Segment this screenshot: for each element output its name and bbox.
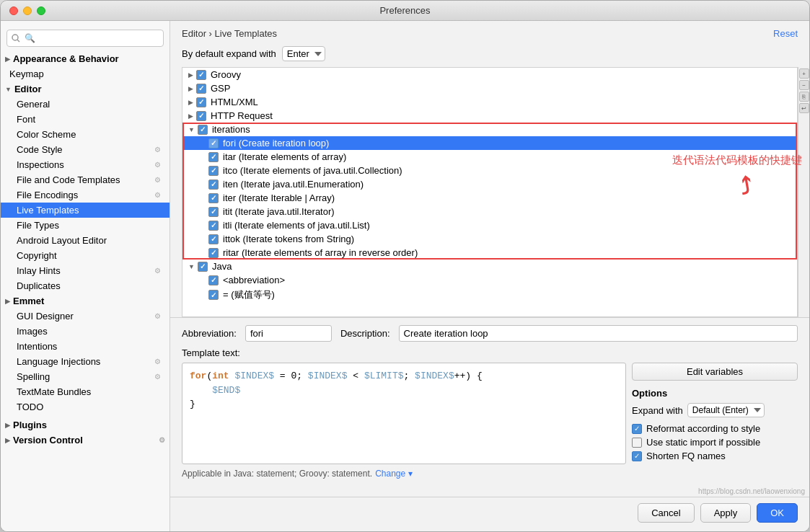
group-iterations[interactable]: ▼ iterations [182,123,797,136]
ok-button[interactable]: OK [757,503,798,523]
breadcrumb-live-templates: Live Templates [215,28,277,39]
group-gsp[interactable]: ▶ GSP [182,81,797,95]
change-link[interactable]: Change ▾ [375,469,412,479]
sidebar-item-appearance[interactable]: ▶ Appearance & Behavior [1,51,170,66]
sidebar-item-copyright[interactable]: Copyright [1,248,170,263]
template-fori[interactable]: fori (Create iteration loop) [182,136,797,150]
sidebar-item-inlay-hints[interactable]: Inlay Hints ⚙ [1,263,170,278]
group-checkbox-iterations[interactable] [198,125,208,135]
item-checkbox[interactable] [208,193,219,203]
sidebar-item-spelling[interactable]: Spelling ⚙ [1,369,170,384]
copy-button[interactable]: ⎘ [799,92,809,102]
sidebar-item-gui-designer[interactable]: GUI Designer ⚙ [1,309,170,324]
item-checkbox[interactable] [208,248,219,258]
group-label: Groovy [211,69,241,80]
breadcrumb-bar: Editor › Live Templates Reset [170,21,809,43]
sidebar-item-live-templates[interactable]: Live Templates [1,203,170,218]
item-checkbox[interactable] [208,221,219,231]
sidebar-item-keymap[interactable]: Keymap [1,66,170,81]
sidebar-item-label: Appearance & Behavior [13,53,119,64]
sidebar-item-font[interactable]: Font [1,112,170,127]
group-checkbox-java[interactable] [198,262,208,272]
expand-with-select[interactable]: Default (Enter) [687,403,765,417]
undo-button[interactable]: ↩ [799,103,809,113]
search-input[interactable] [6,30,164,47]
sidebar-item-textmate-bundles[interactable]: TextMate Bundles [1,384,170,399]
sidebar-item-label: GUI Designer [17,311,74,322]
maximize-button[interactable] [37,6,45,15]
group-checkbox-html[interactable] [196,97,206,107]
template-itco[interactable]: itco (Iterate elements of java.util.Coll… [182,164,797,177]
static-import-checkbox[interactable] [632,438,642,448]
sidebar-item-file-types[interactable]: File Types [1,218,170,233]
template-assignment[interactable]: = (赋值等号) [182,287,797,303]
abbreviation-input[interactable] [245,325,332,342]
sidebar-item-todo[interactable]: TODO [1,399,170,414]
chevron-down-icon: ▼ [5,86,12,93]
item-checkbox-fori[interactable] [208,138,219,148]
description-input[interactable] [399,325,798,342]
minimize-button[interactable] [23,6,32,15]
template-label: itit (Iterate java.util.Iterator) [223,206,335,217]
sidebar-item-language-injections[interactable]: Language Injections ⚙ [1,354,170,369]
template-itli[interactable]: itli (Iterate elements of java.util.List… [182,218,797,232]
reformat-checkbox[interactable] [632,424,642,434]
add-button[interactable]: + [799,68,809,79]
item-checkbox[interactable] [208,290,219,300]
sidebar-item-file-code-templates[interactable]: File and Code Templates ⚙ [1,172,170,187]
cancel-button[interactable]: Cancel [638,503,694,523]
watermark: https://blog.csdn.net/laowenxiong [170,486,809,497]
item-checkbox[interactable] [208,152,219,162]
sidebar-item-file-encodings[interactable]: File Encodings ⚙ [1,187,170,203]
settings-icon: ⚙ [154,191,161,199]
template-ittok[interactable]: ittok (Iterate tokens from String) [182,232,797,246]
sidebar-item-label: File and Code Templates [17,174,120,185]
group-html-xml[interactable]: ▶ HTML/XML [182,95,797,109]
sidebar-item-intentions[interactable]: Intentions [1,339,170,354]
item-checkbox[interactable] [208,234,219,244]
template-ritar[interactable]: ritar (Iterate elements of array in reve… [182,246,797,260]
template-itit[interactable]: itit (Iterate java.util.Iterator) [182,205,797,218]
reformat-label: Reformat according to style [646,423,760,434]
group-groovy[interactable]: ▶ Groovy [182,68,797,81]
apply-button[interactable]: Apply [700,503,752,523]
sidebar-item-code-style[interactable]: Code Style ⚙ [1,142,170,157]
template-iter[interactable]: iter (Iterate Iterable | Array) [182,191,797,205]
breadcrumb: Editor › Live Templates [182,28,277,39]
item-checkbox[interactable] [208,275,219,285]
sidebar-item-general[interactable]: General [1,97,170,112]
sidebar-item-android-layout[interactable]: Android Layout Editor [1,233,170,248]
group-java[interactable]: ▼ Java [182,260,797,273]
template-itar[interactable]: itar (Iterate elements of array) [182,150,797,164]
templates-area: ▶ Groovy ▶ GSP ▶ HTML/XML [170,67,809,317]
group-checkbox-http[interactable] [196,111,206,121]
sidebar-item-duplicates[interactable]: Duplicates [1,278,170,293]
template-editor[interactable]: for(int $INDEX$ = 0; $INDEX$ < $LIMIT$; … [182,363,626,464]
sidebar-item-editor[interactable]: ▼ Editor [1,81,170,97]
item-checkbox[interactable] [208,207,219,217]
template-iten[interactable]: iten (Iterate java.util.Enumeration) [182,177,797,191]
bottom-buttons: Cancel Apply OK [170,497,809,531]
reset-button[interactable]: Reset [773,28,798,39]
sidebar-item-emmet[interactable]: ▶ Emmet [1,293,170,309]
group-checkbox-gsp[interactable] [196,84,206,94]
sidebar-item-images[interactable]: Images [1,324,170,339]
change-label: Change [375,469,405,479]
shorten-checkbox[interactable] [632,451,642,461]
template-abbreviation[interactable]: <abbreviation> [182,273,797,287]
bottom-panel: Abbreviation: Description: Template text… [170,317,809,486]
item-checkbox[interactable] [208,166,219,176]
edit-variables-button[interactable]: Edit variables [632,363,798,381]
item-checkbox[interactable] [208,179,219,190]
search-bar [1,25,170,51]
group-checkbox-groovy[interactable] [196,70,206,80]
expand-select[interactable]: Enter [282,46,325,61]
sidebar-item-inspections[interactable]: Inspections ⚙ [1,157,170,172]
sidebar-item-color-scheme[interactable]: Color Scheme [1,127,170,142]
close-button[interactable] [9,6,18,15]
sidebar-item-version-control[interactable]: ▶ Version Control ⚙ [1,433,170,448]
chevron-right-icon: ▶ [5,298,10,305]
remove-button[interactable]: − [799,80,809,90]
sidebar-item-plugins[interactable]: ▶ Plugins [1,417,170,433]
group-http-request[interactable]: ▶ HTTP Request [182,109,797,123]
